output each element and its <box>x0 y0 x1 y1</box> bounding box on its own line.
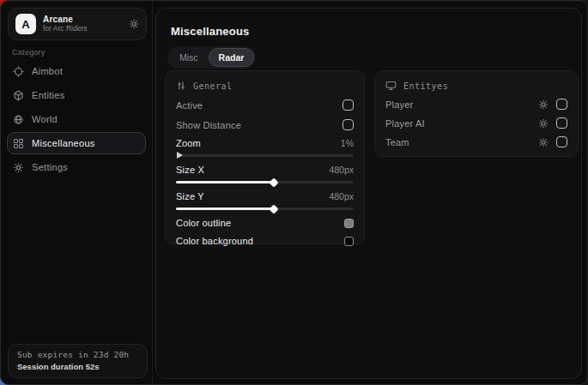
grid-icon <box>13 138 24 149</box>
gear-icon[interactable] <box>129 19 139 29</box>
player-label: Player <box>385 99 413 110</box>
size-x-value: 480px <box>329 165 354 175</box>
team-checkbox[interactable] <box>556 136 567 147</box>
sidebar-nav: Aimbot Entities <box>1 59 152 179</box>
show-distance-checkbox[interactable] <box>342 119 354 130</box>
sidebar-item-entities[interactable]: Entities <box>7 84 146 106</box>
color-outline-swatch[interactable] <box>344 219 354 228</box>
gear-icon[interactable] <box>538 137 549 147</box>
size-x-slider[interactable] <box>176 181 354 183</box>
zoom-label: Zoom <box>176 138 201 148</box>
app-subtitle: for Arc Riders <box>43 25 122 33</box>
sidebar-item-world[interactable]: World <box>7 108 146 130</box>
team-row: Team <box>385 136 567 147</box>
size-y-label: Size Y <box>176 191 204 202</box>
general-card-header: General <box>176 81 354 91</box>
sidebar-item-label: Entities <box>32 90 64 100</box>
player-ai-checkbox[interactable] <box>556 117 567 129</box>
zoom-slider-thumb[interactable] <box>177 152 183 159</box>
player-checkbox[interactable] <box>556 99 567 110</box>
show-distance-row: Show Distance <box>176 119 354 130</box>
color-background-row: Color background <box>176 236 354 246</box>
sub-expires-text: Sub expires in 23d 20h <box>17 350 138 359</box>
gear-icon[interactable] <box>538 118 549 129</box>
sidebar-item-label: Miscellaneous <box>32 138 95 148</box>
player-ai-row: Player AI <box>385 117 567 129</box>
app-identity: Arcane for Arc Riders <box>43 15 122 33</box>
avatar: A <box>15 14 36 34</box>
general-card: General Active Show Distance Zoom 1% Siz… <box>165 70 365 244</box>
globe-icon <box>13 114 24 125</box>
tab-misc[interactable]: Misc <box>169 48 209 67</box>
color-outline-label: Color outline <box>176 218 231 228</box>
subscription-info-card: Sub expires in 23d 20h Session duration … <box>8 344 148 378</box>
size-x-row: Size X 480px <box>176 165 354 175</box>
monitor-icon <box>385 81 397 91</box>
size-x-slider-fill <box>176 181 274 183</box>
app-header-card[interactable]: A Arcane for Arc Riders <box>8 8 147 40</box>
color-outline-row: Color outline <box>176 218 354 228</box>
tab-radar[interactable]: Radar <box>209 48 255 67</box>
sidebar: A Arcane for Arc Riders Category <box>1 1 153 384</box>
size-y-row: Size Y 480px <box>176 191 354 202</box>
general-card-title: General <box>193 81 233 91</box>
app-window: A Arcane for Arc Riders Category <box>0 0 588 385</box>
active-row: Active <box>176 99 354 111</box>
entities-card-title: Entityes <box>403 81 448 91</box>
entities-card-header: Entityes <box>385 81 567 91</box>
main-panel: Miscellaneous Misc Radar General Active … <box>155 8 582 379</box>
category-label: Category <box>12 48 45 57</box>
tab-bar: Misc Radar <box>167 46 256 69</box>
size-y-slider-fill <box>176 208 274 210</box>
player-row: Player <box>385 99 567 110</box>
color-background-swatch[interactable] <box>344 237 354 246</box>
sidebar-item-label: Settings <box>32 162 68 172</box>
crosshair-icon <box>13 66 24 77</box>
show-distance-label: Show Distance <box>176 120 241 130</box>
size-y-value: 480px <box>329 191 354 202</box>
active-checkbox[interactable] <box>342 99 354 111</box>
size-y-slider-thumb[interactable] <box>269 204 278 214</box>
color-background-label: Color background <box>176 236 253 246</box>
player-ai-label: Player AI <box>385 118 425 129</box>
zoom-slider[interactable] <box>176 154 354 157</box>
gear-icon <box>13 162 24 173</box>
active-label: Active <box>176 100 203 111</box>
gear-icon[interactable] <box>538 99 549 110</box>
page-title: Miscellaneous <box>171 25 249 38</box>
size-x-slider-thumb[interactable] <box>269 177 278 187</box>
session-duration-text: Session duration 52s <box>17 362 138 371</box>
team-label: Team <box>385 137 409 147</box>
sidebar-item-settings[interactable]: Settings <box>7 156 146 178</box>
sidebar-item-miscellaneous[interactable]: Miscellaneous <box>7 132 146 154</box>
zoom-value: 1% <box>341 138 354 148</box>
zoom-row: Zoom 1% <box>176 138 354 148</box>
sidebar-item-aimbot[interactable]: Aimbot <box>7 60 146 82</box>
sidebar-item-label: World <box>32 114 58 124</box>
entities-card: Entityes Player Player AI <box>374 70 579 157</box>
sidebar-item-label: Aimbot <box>32 66 63 76</box>
cube-icon <box>13 90 24 101</box>
size-y-slider[interactable] <box>176 208 354 210</box>
size-x-label: Size X <box>176 165 204 175</box>
sliders-icon <box>176 81 186 91</box>
